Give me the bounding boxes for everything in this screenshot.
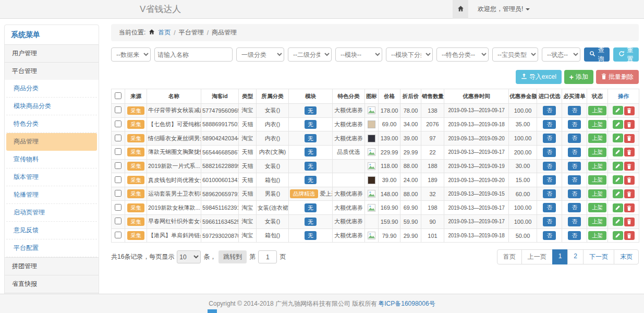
- page-prev[interactable]: 上一页: [521, 249, 553, 264]
- delete-button[interactable]: [624, 162, 635, 171]
- sidebar-item-version-mgmt[interactable]: 版本管理: [6, 168, 97, 186]
- status-button[interactable]: 上架: [588, 162, 606, 171]
- sidebar-item-express-news[interactable]: 省直快报: [5, 275, 99, 293]
- edit-button[interactable]: [613, 231, 623, 240]
- delete-button[interactable]: [624, 120, 635, 129]
- sidebar-item-goods-category[interactable]: 商品分类: [6, 80, 97, 98]
- delete-button[interactable]: [624, 148, 635, 156]
- user-menu[interactable]: 欢迎您，管理员!: [478, 5, 530, 14]
- module-select[interactable]: --模块--: [335, 47, 382, 62]
- delete-button[interactable]: [624, 203, 635, 212]
- edit-button[interactable]: [613, 189, 623, 198]
- sidebar-item-feature-category[interactable]: 特色分类: [6, 115, 97, 133]
- import-flag-button[interactable]: 否: [543, 106, 556, 115]
- status-button[interactable]: 上架: [588, 106, 606, 115]
- sidebar-item-feedback[interactable]: 意见反馈: [6, 222, 97, 239]
- import-flag-button[interactable]: 否: [543, 134, 556, 143]
- add-button[interactable]: + 添加: [564, 70, 593, 84]
- mustbuy-flag-button[interactable]: 否: [568, 162, 581, 171]
- mustbuy-flag-button[interactable]: 否: [568, 189, 581, 199]
- page-size-select[interactable]: 10: [177, 250, 201, 263]
- import-flag-button[interactable]: 否: [543, 189, 556, 199]
- mustbuy-flag-button[interactable]: 否: [568, 120, 581, 129]
- status-button[interactable]: 上架: [588, 203, 606, 212]
- page-first[interactable]: 首页: [497, 249, 522, 264]
- breadcrumb-home-link[interactable]: 首页: [158, 28, 171, 37]
- level2-category-select[interactable]: --二级分类--: [288, 47, 332, 62]
- status-select[interactable]: --状态--: [542, 47, 580, 62]
- status-button[interactable]: 上架: [588, 175, 606, 185]
- delete-button[interactable]: [624, 218, 635, 226]
- module-sub-category-select[interactable]: --模块下分类--: [386, 47, 433, 62]
- sidebar-item-platform-mgmt[interactable]: 平台管理: [5, 62, 99, 80]
- mustbuy-flag-button[interactable]: 否: [568, 217, 581, 226]
- import-flag-button[interactable]: 否: [543, 217, 556, 226]
- row-checkbox[interactable]: [115, 204, 121, 211]
- import-excel-button[interactable]: 导入excel: [516, 70, 562, 84]
- search-button[interactable]: 查询: [584, 47, 610, 62]
- select-all-checkbox[interactable]: [115, 92, 121, 99]
- edit-button[interactable]: [613, 134, 623, 142]
- mustbuy-flag-button[interactable]: 否: [568, 203, 581, 212]
- import-flag-button[interactable]: 否: [543, 120, 556, 129]
- sidebar-item-user-mgmt[interactable]: 用户管理: [5, 44, 99, 62]
- delete-button[interactable]: [624, 176, 635, 185]
- sidebar-item-module-goods-category[interactable]: 模块商品分类: [6, 98, 97, 115]
- edit-button[interactable]: [613, 162, 623, 171]
- edit-button[interactable]: [613, 175, 623, 184]
- edit-button[interactable]: [613, 217, 623, 226]
- row-checkbox[interactable]: [115, 121, 121, 127]
- edit-button[interactable]: [613, 203, 623, 212]
- status-button[interactable]: 上架: [588, 189, 606, 199]
- jump-button[interactable]: 跳转到: [218, 250, 247, 263]
- status-button[interactable]: 上架: [588, 134, 606, 143]
- page-1[interactable]: 1: [552, 249, 568, 264]
- sidebar-item-platform-config[interactable]: 平台配置: [6, 239, 97, 257]
- row-checkbox[interactable]: [115, 162, 121, 169]
- import-flag-button[interactable]: 否: [543, 175, 556, 185]
- row-checkbox[interactable]: [115, 232, 121, 238]
- row-checkbox[interactable]: [115, 218, 121, 224]
- delete-button[interactable]: [624, 231, 635, 240]
- mustbuy-flag-button[interactable]: 否: [568, 231, 581, 240]
- feature-category-select[interactable]: --特色分类--: [436, 47, 489, 62]
- sidebar-item-carousel-mgmt[interactable]: 轮播管理: [6, 186, 97, 204]
- import-flag-button[interactable]: 否: [543, 162, 556, 171]
- delete-button[interactable]: [624, 134, 635, 143]
- status-button[interactable]: 上架: [588, 148, 606, 157]
- status-button[interactable]: 上架: [588, 231, 606, 240]
- sidebar-item-splash-mgmt[interactable]: 启动页管理: [6, 204, 97, 222]
- edit-button[interactable]: [613, 120, 623, 129]
- page-last[interactable]: 末页: [614, 249, 639, 264]
- row-checkbox[interactable]: [115, 135, 121, 141]
- delete-button[interactable]: [624, 106, 635, 115]
- mustbuy-flag-button[interactable]: 否: [568, 134, 581, 143]
- icp-link[interactable]: 粤ICP备16098006号: [378, 299, 435, 308]
- import-flag-button[interactable]: 否: [543, 203, 556, 212]
- data-source-select[interactable]: --数据来源--: [111, 47, 151, 62]
- level1-category-select[interactable]: 一级分类: [236, 47, 284, 62]
- page-2[interactable]: 2: [567, 249, 584, 264]
- name-input[interactable]: [154, 47, 233, 62]
- import-flag-button[interactable]: 否: [543, 231, 556, 240]
- row-checkbox[interactable]: [115, 148, 121, 155]
- batch-delete-button[interactable]: 批量删除: [596, 70, 639, 84]
- edit-button[interactable]: [613, 106, 623, 115]
- sidebar-item-promo-material[interactable]: 宣传物料: [6, 151, 97, 168]
- import-flag-button[interactable]: 否: [543, 148, 556, 157]
- page-number-input[interactable]: [258, 250, 277, 263]
- status-button[interactable]: 上架: [588, 217, 606, 226]
- sidebar-item-goods-mgmt[interactable]: 商品管理: [6, 133, 97, 151]
- page-next[interactable]: 下一页: [583, 249, 614, 264]
- sidebar-item-groupbuy-mgmt[interactable]: 拼团管理: [5, 257, 99, 275]
- mustbuy-flag-button[interactable]: 否: [568, 148, 581, 157]
- mustbuy-flag-button[interactable]: 否: [568, 106, 581, 115]
- row-checkbox[interactable]: [115, 190, 121, 197]
- delete-button[interactable]: [624, 189, 635, 198]
- item-type-select[interactable]: --宝贝类型--: [492, 47, 538, 62]
- home-button[interactable]: [453, 0, 468, 19]
- status-button[interactable]: 上架: [588, 120, 606, 129]
- edit-button[interactable]: [613, 148, 623, 156]
- mustbuy-flag-button[interactable]: 否: [568, 175, 581, 185]
- row-checkbox[interactable]: [115, 106, 121, 113]
